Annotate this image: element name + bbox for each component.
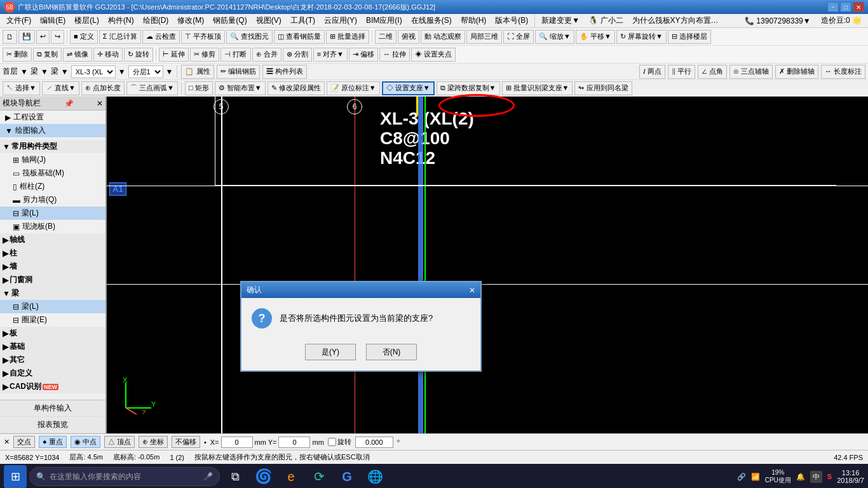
menu-view[interactable]: 视图(V) <box>252 14 285 27</box>
taskbar-app-1[interactable]: 🌀 <box>250 465 276 488</box>
menu-layout-hint[interactable]: 为什么筏板XY方向布置… <box>628 14 722 27</box>
menu-tools[interactable]: 工具(T) <box>287 14 319 27</box>
grip-btn[interactable]: ◈ 设置夹点 <box>411 48 456 62</box>
taskbar-app-5[interactable]: 🌐 <box>362 465 388 488</box>
sidebar-item-raft-found[interactable]: ▭ 筏板基础(M) <box>0 166 105 180</box>
two-point-btn[interactable]: 𝐼 两点 <box>639 65 665 79</box>
sidebar-section-door[interactable]: ▶ 门窗洞 <box>0 273 105 287</box>
zoom-btn[interactable]: 🔍 缩放▼ <box>535 30 574 44</box>
sidebar-item-common-types[interactable]: ▼ 常用构件类型 <box>0 140 105 153</box>
copy-btn[interactable]: ⧉ 复制 <box>33 48 62 62</box>
minimize-button[interactable]: － <box>827 2 839 12</box>
start-button[interactable]: ⊞ <box>4 465 27 488</box>
taskbar-app-4[interactable]: G <box>334 465 360 488</box>
sidebar-close-icon[interactable]: ✕ <box>97 99 103 108</box>
menu-rebar[interactable]: 钢筋量(Q) <box>209 14 250 27</box>
menu-edit[interactable]: 编辑(E) <box>36 14 69 27</box>
snap-center-btn[interactable]: ◉ 中点 <box>71 436 100 448</box>
apply-same-name-btn[interactable]: ↬ 应用到同名梁 <box>574 81 632 95</box>
layer-select[interactable]: 分层1 <box>128 65 163 78</box>
link-icon[interactable]: 🔗 <box>737 473 746 481</box>
batch-identify-btn[interactable]: ⊞ 批量识别梁支座▼ <box>502 81 573 95</box>
merge-btn[interactable]: ⊕ 合并 <box>252 48 281 62</box>
menu-help[interactable]: 帮助(H) <box>457 14 491 27</box>
partial-3d-btn[interactable]: 局部三维 <box>466 30 502 44</box>
maximize-button[interactable]: □ <box>840 2 851 12</box>
cloud-check-btn[interactable]: ☁ 云检查 <box>142 30 180 44</box>
sidebar-section-slab[interactable]: ▶ 板 <box>0 327 105 340</box>
rotate-screen-btn[interactable]: ↻ 屏幕旋转▼ <box>616 30 667 44</box>
menu-bim[interactable]: BIM应用(I) <box>362 14 406 27</box>
sidebar-section-col[interactable]: ▶ 柱 <box>0 247 105 260</box>
mirror-btn[interactable]: ⇌ 镜像 <box>63 48 92 62</box>
smart-layout-btn[interactable]: ⚙ 智能布置▼ <box>215 81 266 95</box>
original-mark-btn[interactable]: 📝 原位标注▼ <box>327 81 380 95</box>
arc-btn[interactable]: ⌒ 三点画弧▼ <box>126 81 178 95</box>
sidebar-item-axis[interactable]: ⊞ 轴网(J) <box>0 153 105 166</box>
snap-vertex-btn[interactable]: △ 顶点 <box>104 436 135 448</box>
undo-btn[interactable]: ↩ <box>36 30 50 44</box>
confirm-dialog[interactable]: 确认 ✕ ? 是否将所选构件图元设置为当前梁的支座? 是(Y) 否(N) <box>240 281 482 372</box>
snap-midpoint-btn[interactable]: ● 重点 <box>39 436 67 448</box>
point-length-btn[interactable]: ⊕ 点加长度 <box>81 81 125 95</box>
rotate-checkbox[interactable] <box>328 438 336 446</box>
sidebar-pin-icon[interactable]: 📌 <box>64 99 74 108</box>
menu-assistant[interactable]: 🐧 广小二 <box>585 14 627 27</box>
menu-component[interactable]: 构件(N) <box>104 14 138 27</box>
cost-bean[interactable]: 造价豆:0 🌟 <box>817 14 865 27</box>
menu-draw[interactable]: 绘图(D) <box>139 14 173 27</box>
2d-btn[interactable]: 二维 <box>375 30 397 44</box>
sidebar-item-project-setup[interactable]: ▶ 工程设置 <box>0 111 105 124</box>
redo-btn[interactable]: ↪ <box>51 30 64 44</box>
three-point-axis-btn[interactable]: ⊙ 三点辅轴 <box>729 65 773 79</box>
parallel-btn[interactable]: ∥ 平行 <box>668 65 695 79</box>
y-input[interactable] <box>278 437 310 448</box>
split-btn[interactable]: ⊗ 分割 <box>283 48 312 62</box>
delete-axis-btn[interactable]: ✗ 删除辅轴 <box>775 65 818 79</box>
ime-indicator[interactable]: 中 <box>810 471 822 483</box>
rect-btn[interactable]: □ 矩形 <box>185 81 213 95</box>
edit-rebar-btn[interactable]: ✏ 编辑钢筋 <box>217 65 260 79</box>
align-btn[interactable]: ≡ 对齐▼ <box>313 48 348 62</box>
sidebar-item-cast-slab[interactable]: ▣ 现浇板(B) <box>0 220 105 233</box>
trim-btn[interactable]: ✂ 修剪 <box>190 48 219 62</box>
report-preview-btn[interactable]: 报表预览 <box>0 417 105 433</box>
sidebar-section-cad[interactable]: ▶ CAD识别 NEW <box>0 380 105 393</box>
dialog-close-icon[interactable]: ✕ <box>469 286 475 295</box>
menu-version[interactable]: 版本号(B) <box>491 14 532 27</box>
property-btn[interactable]: 📋 属性 <box>181 65 214 79</box>
wifi-icon[interactable]: 📶 <box>751 473 760 481</box>
modify-beam-prop-btn[interactable]: ✎ 修改梁段属性 <box>268 81 325 95</box>
sidebar-item-draw-input[interactable]: ▼ 绘图输入 <box>0 124 105 137</box>
define-btn[interactable]: ■ 定义 <box>70 30 98 44</box>
length-dim-btn[interactable]: ↔ 长度标注 <box>821 65 865 79</box>
component-list-btn[interactable]: ☰ 构件列表 <box>262 65 307 79</box>
find-elem-btn[interactable]: 🔍 查找图元 <box>226 30 273 44</box>
sidebar-section-axis-line[interactable]: ▶ 轴线 <box>0 233 105 247</box>
antivirus-icon[interactable]: S <box>827 473 832 480</box>
view-rebar-btn[interactable]: ◫ 查看钢筋量 <box>274 30 325 44</box>
sidebar-section-foundation[interactable]: ▶ 基础 <box>0 340 105 353</box>
save-btn[interactable]: 💾 <box>18 30 35 44</box>
taskbar-app-2[interactable]: e <box>278 465 304 488</box>
single-component-btn[interactable]: 单构件输入 <box>0 400 105 417</box>
phone-number[interactable]: 📞 13907298339▼ <box>741 15 815 27</box>
rotate-btn[interactable]: ↻ 旋转 <box>124 48 153 62</box>
select-floor-btn[interactable]: ⊟ 选择楼层 <box>668 30 711 44</box>
menu-floor[interactable]: 楼层(L) <box>71 14 103 27</box>
sidebar-item-beam[interactable]: ⊟ 梁(L) <box>0 207 105 220</box>
align-top-btn[interactable]: ⊤ 平齐板顶 <box>181 30 225 44</box>
taskbar-app-3[interactable]: ⟳ <box>306 465 332 488</box>
menu-cloud[interactable]: 云应用(Y) <box>320 14 361 27</box>
sidebar-section-beam[interactable]: ▼ 梁 <box>0 287 105 300</box>
line-btn[interactable]: ⟋ 直线▼ <box>42 81 79 95</box>
move-btn[interactable]: ✛ 移动 <box>93 48 123 62</box>
snap-intersection-btn[interactable]: 交点 <box>13 436 35 448</box>
delete-btn[interactable]: ✂ 删除 <box>3 48 32 62</box>
menu-file[interactable]: 文件(F) <box>3 14 35 27</box>
select-tool-btn[interactable]: ↖ 选择▼ <box>3 81 40 95</box>
notification-icon[interactable]: 🔔 <box>796 473 805 481</box>
sidebar-subitem-beam-l[interactable]: ⊟ 梁(L) <box>0 300 105 313</box>
set-support-btn[interactable]: ◇ 设置支座▼ <box>382 81 435 95</box>
extend-btn[interactable]: ⊢ 延伸 <box>159 48 189 62</box>
